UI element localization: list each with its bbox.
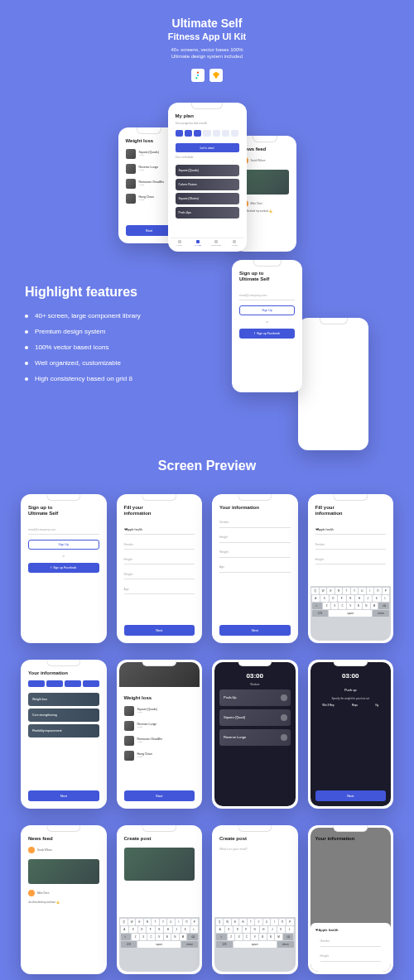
apple-health-row[interactable]: ❤ Apple health — [124, 525, 195, 535]
highlight-section: Sign up to Ultimate Self email@company.c… — [0, 268, 414, 442]
category-card[interactable]: Core strengthening — [28, 709, 99, 722]
next-button[interactable]: Next — [28, 790, 99, 801]
workout-card[interactable]: Reverse Lunge — [219, 729, 291, 746]
preview-fillinfo: Fill yourinformation ❤ Apple health Gend… — [117, 494, 203, 643]
play-icon[interactable] — [281, 734, 287, 741]
start-button[interactable]: Let's start — [176, 143, 239, 152]
exercise-card[interactable]: Calves Raises — [176, 179, 239, 190]
sketch-icon — [209, 69, 223, 82]
feed-image[interactable] — [242, 170, 289, 195]
schedule-label: Your schedule — [171, 156, 244, 162]
form-field[interactable]: Height — [124, 555, 195, 564]
form-field[interactable]: Age — [219, 563, 291, 573]
keyboard[interactable]: QWERTYUIOP ASDFGHJKL ⇧ZXCVBNM⌫ 123spacer… — [214, 917, 296, 972]
feed-user[interactable]: Mike Chen — [23, 887, 104, 899]
form-field[interactable]: Gender — [124, 540, 195, 550]
next-button[interactable]: Next — [315, 790, 387, 801]
start-button[interactable]: Start — [124, 790, 195, 801]
start-button[interactable]: Start — [126, 225, 173, 236]
tab-home[interactable]: Home — [171, 238, 189, 249]
next-button[interactable]: Next — [124, 625, 195, 636]
feature-phones: Sign up to Ultimate Self email@company.c… — [224, 260, 389, 425]
phone-video — [298, 318, 368, 450]
svg-point-2 — [195, 77, 197, 79]
preview-yourinfo-form: Your information Gender Height Weight Ag… — [212, 494, 298, 643]
tool-icons — [17, 69, 397, 82]
apple-health-row[interactable]: ❤ Apple health — [315, 525, 387, 535]
hero-phones: Weight loss Squats (Quads)4 sets Reverse… — [0, 103, 414, 268]
phone-my-plan: My plan Your progress this month Let's s… — [168, 103, 247, 252]
post-input[interactable]: What's on your mind? — [214, 844, 296, 854]
keyboard[interactable]: QWERTYUIOP ASDFGHJKL ⇧ZXCVBNM⌫ 123spacer… — [310, 586, 392, 641]
email-field[interactable]: email@company.com — [28, 525, 99, 535]
category-card[interactable]: Flexibility improvement — [28, 724, 99, 737]
facebook-button[interactable]: fSign up Facebook — [239, 329, 295, 339]
workout-card[interactable]: Squats (Quad) — [219, 709, 291, 726]
preview-categories: Your information Weight loss Core streng… — [21, 660, 107, 809]
exercise-title: Push up — [310, 688, 392, 692]
tab-bar: Home My plan Challenges Profile — [171, 238, 244, 249]
product-subtitle: Fitness App UI Kit — [17, 31, 397, 41]
exercise-card[interactable]: Push-Ups — [176, 207, 239, 219]
date-strip[interactable] — [171, 128, 244, 140]
preview-pushup: 03:00 Push up Specify the weight for you… — [308, 660, 394, 809]
preview-fillinfo-kb: Fill yourinformation ❤ Apple health Gend… — [308, 494, 394, 643]
svg-point-1 — [197, 74, 199, 76]
play-icon[interactable] — [281, 714, 287, 721]
phone-signup: Sign up to Ultimate Self email@company.c… — [232, 260, 302, 392]
stats-row: Wtn 3 Rep Reps Kg — [310, 700, 392, 710]
facebook-button[interactable]: f Sign up Facebook — [28, 563, 99, 573]
next-button[interactable]: Next — [219, 625, 291, 636]
product-desc-1: 40+ screens, vector bases 100% — [17, 46, 397, 53]
preview-createpost2: Create post What's on your mind? QWERTYU… — [212, 825, 298, 974]
list-item[interactable]: Reverse Lunge3 sets — [119, 718, 200, 733]
product-desc-2: Ultimate design system included — [17, 53, 397, 60]
preview-modal: Your information ❤ Apple health Gender H… — [308, 825, 394, 974]
signup-brand: Ultimate Self — [239, 276, 269, 281]
feed-user[interactable]: Sarah Wilson — [23, 844, 104, 856]
form-field[interactable]: Gender — [315, 540, 387, 550]
list-item[interactable]: Squats (Quads)4 sets — [119, 704, 200, 718]
form-field[interactable]: Height — [219, 533, 291, 543]
prompt: Specify the weight for your last set — [310, 697, 392, 700]
tab-profile[interactable]: Profile — [225, 238, 243, 249]
exercise-card[interactable]: Squats (Quads) — [176, 165, 239, 176]
workout-card[interactable]: Push-Up — [219, 689, 291, 706]
preview-workout: 03:00 Workout Push-Up Squats (Quad) Reve… — [212, 660, 298, 809]
modal-title: ❤ Apple health — [315, 928, 387, 932]
keyboard[interactable]: QWERTYUIOP ASDFGHJKL ⇧ZXCVBNM⌫ 123spacer… — [119, 917, 200, 972]
form-field[interactable]: Weight — [219, 548, 291, 558]
exercise-card[interactable]: Squats (Glutes) — [176, 193, 239, 204]
signup-button[interactable]: Sign Up — [28, 540, 99, 550]
form-field[interactable]: Gender — [219, 518, 291, 528]
form-field[interactable]: Weight — [124, 569, 195, 579]
facebook-icon: f — [254, 332, 255, 335]
post-image[interactable] — [124, 848, 195, 881]
form-field[interactable]: Height — [320, 952, 382, 962]
form-field[interactable]: Age — [124, 584, 195, 594]
preview-grid: Sign up toUltimate Self email@company.co… — [0, 494, 414, 974]
feed-image[interactable] — [28, 859, 99, 884]
product-title: Ultimate Self — [17, 17, 397, 30]
form-field[interactable]: Height — [315, 555, 387, 564]
svg-point-0 — [197, 71, 199, 73]
screen-subtitle: Your progress this month — [171, 122, 244, 128]
list-item[interactable]: Romanian Deadlifts4 sets — [119, 733, 200, 748]
figma-icon — [191, 69, 205, 82]
or-divider: or — [234, 320, 300, 324]
list-item[interactable]: Hang Clean3 sets — [119, 748, 200, 763]
modal-overlay[interactable]: ❤ Apple health Gender Height — [310, 828, 392, 972]
play-icon[interactable] — [281, 694, 287, 701]
tab-myplan[interactable]: My plan — [189, 238, 207, 249]
preview-newsfeed: News feed Sarah Wilson Mike Chen Just fi… — [21, 825, 107, 974]
category-card[interactable]: Weight loss — [28, 693, 99, 706]
email-field[interactable]: email@company.com — [239, 291, 295, 300]
preview-title: Screen Preview — [0, 459, 414, 473]
signup-title: Sign up to — [239, 271, 263, 276]
signup-button[interactable]: Sign Up — [239, 305, 295, 315]
progress-strip — [23, 679, 104, 690]
tab-challenges[interactable]: Challenges — [207, 238, 225, 249]
preview-signup: Sign up toUltimate Self email@company.co… — [21, 494, 107, 643]
promo-header: Ultimate Self Fitness App UI Kit 40+ scr… — [0, 17, 414, 94]
form-field[interactable]: Gender — [320, 937, 382, 947]
